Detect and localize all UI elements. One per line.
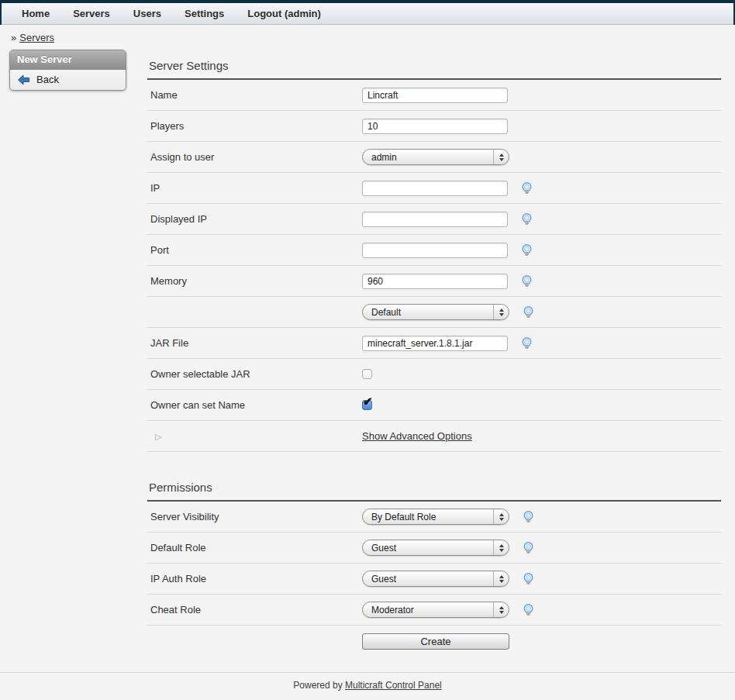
select-stepper-arrows-icon	[493, 540, 509, 555]
text-input[interactable]	[362, 119, 508, 134]
help-bulb-icon[interactable]	[520, 336, 533, 350]
form-row: ▷ Show Advanced Options	[147, 421, 721, 452]
select-stepper-arrows-icon	[493, 571, 509, 586]
help-bulb-icon[interactable]	[522, 572, 535, 585]
select-dropdown[interactable]: Guest	[362, 540, 509, 556]
sidebar-item-label: Back	[36, 74, 59, 85]
form-row: ▷ Assign to user admin	[147, 142, 721, 173]
select-dropdown[interactable]: Default	[362, 304, 509, 320]
row-label: Default Role	[150, 542, 206, 553]
select-dropdown[interactable]: Guest	[362, 571, 509, 587]
disclosure-triangle-icon[interactable]: ▷	[155, 432, 161, 442]
select-value: By Default Role	[371, 512, 436, 522]
create-button[interactable]: Create	[362, 633, 509, 650]
text-input[interactable]	[362, 336, 508, 351]
row-control: Show Advanced Options	[362, 430, 472, 442]
form-section: Permissions ▷ Server Visibility By Defau…	[147, 472, 721, 657]
help-bulb-icon[interactable]	[522, 541, 535, 554]
select-stepper-arrows-icon	[493, 602, 509, 617]
text-input[interactable]	[362, 88, 508, 103]
select-dropdown[interactable]: By Default Role	[362, 509, 509, 525]
breadcrumb: »Servers	[0, 25, 735, 50]
row-label: Owner can set Name	[150, 399, 245, 411]
row-label: Displayed IP	[150, 213, 207, 225]
form-row: ▷ Default	[147, 297, 721, 328]
row-control: Moderator	[362, 602, 535, 618]
row-label: IP Auth Role	[150, 573, 206, 584]
footer-text: Powered by	[293, 680, 342, 691]
nav-item-home[interactable]: Home	[22, 8, 50, 19]
row-label: Port	[150, 244, 169, 256]
help-bulb-icon[interactable]	[520, 212, 533, 226]
select-stepper-arrows-icon	[493, 509, 509, 524]
row-control	[362, 243, 533, 258]
breadcrumb-link-servers[interactable]: Servers	[19, 32, 54, 43]
top-navigation: Home Servers Users Settings Logout (admi…	[2, 3, 733, 25]
row-control	[362, 181, 533, 196]
form-row: ▷ IP Auth Role Guest	[147, 564, 721, 595]
nav-item-settings[interactable]: Settings	[185, 8, 224, 19]
row-label: Name	[150, 89, 178, 101]
form-row: ▷ Players	[147, 111, 721, 142]
text-input[interactable]	[362, 212, 508, 227]
sidebar-title: New Server	[10, 50, 126, 70]
row-control	[362, 88, 508, 103]
form-row: ▷ JAR File	[147, 328, 721, 359]
row-label: Memory	[150, 275, 187, 287]
back-arrow-icon	[17, 74, 30, 85]
row-control: Guest	[362, 571, 535, 587]
row-control: ✔	[362, 400, 372, 410]
breadcrumb-arrow: »	[11, 32, 16, 43]
nav-item-users[interactable]: Users	[133, 8, 161, 19]
row-control: ✔	[362, 369, 372, 379]
text-input[interactable]	[362, 181, 508, 196]
row-control	[362, 212, 533, 227]
row-label: Assign to user	[150, 151, 214, 163]
show-advanced-options-link[interactable]: Show Advanced Options	[362, 430, 472, 442]
form-row: ▷ Owner can set Name ✔	[147, 390, 721, 421]
nav-item-logout[interactable]: Logout (admin)	[247, 8, 321, 19]
form-row: ▷ Default Role Guest	[147, 533, 721, 564]
footer-link-multicraft[interactable]: Multicraft Control Panel	[345, 680, 442, 691]
select-value: admin	[371, 152, 397, 163]
footer: Powered by Multicraft Control Panel	[0, 672, 735, 698]
server-form: Server Settings ▷ Name ▷ Players ▷ Assig…	[147, 50, 721, 657]
text-input[interactable]	[362, 274, 508, 289]
row-label: IP	[150, 182, 160, 194]
row-label: Server Visibility	[150, 511, 219, 522]
sidebar-new-server-box: New Server Back	[9, 50, 126, 91]
form-sections: Server Settings ▷ Name ▷ Players ▷ Assig…	[147, 50, 721, 657]
help-bulb-icon[interactable]	[522, 305, 535, 319]
form-row: ▷ Memory	[147, 266, 721, 297]
text-input[interactable]	[362, 243, 508, 258]
select-value: Guest	[371, 543, 396, 553]
nav-item-servers[interactable]: Servers	[73, 8, 110, 19]
checkbox[interactable]: ✔	[362, 400, 372, 410]
form-section: Server Settings ▷ Name ▷ Players ▷ Assig…	[147, 50, 721, 452]
select-dropdown[interactable]: Moderator	[362, 602, 509, 618]
row-control: By Default Role	[362, 509, 535, 525]
row-control	[362, 119, 508, 134]
row-control: Create	[362, 633, 509, 650]
row-control: Default	[362, 304, 535, 320]
row-control	[362, 336, 533, 351]
form-row: ▷ Owner selectable JAR ✔	[147, 359, 721, 390]
row-control: Guest	[362, 540, 535, 556]
row-control	[362, 274, 533, 289]
sidebar-item-back[interactable]: Back	[10, 70, 126, 90]
select-stepper-arrows-icon	[493, 305, 509, 319]
row-label: Cheat Role	[150, 604, 201, 616]
help-bulb-icon[interactable]	[520, 243, 533, 257]
help-bulb-icon[interactable]	[522, 603, 535, 616]
select-value: Moderator	[371, 605, 414, 616]
select-value: Guest	[371, 574, 396, 584]
help-bulb-icon[interactable]	[522, 510, 535, 523]
checkbox[interactable]: ✔	[362, 369, 372, 379]
form-row: ▷ Name	[147, 80, 721, 111]
form-row: ▷ Port	[147, 235, 721, 266]
help-bulb-icon[interactable]	[520, 181, 533, 195]
select-value: Default	[371, 307, 401, 318]
help-bulb-icon[interactable]	[520, 274, 533, 288]
form-row: ▷ Create	[147, 626, 721, 657]
select-dropdown[interactable]: admin	[362, 149, 509, 165]
